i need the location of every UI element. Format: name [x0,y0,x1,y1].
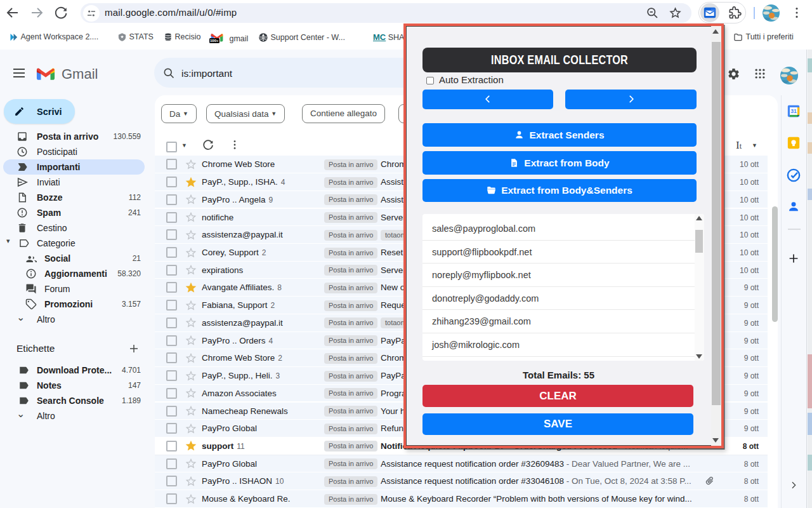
svg-text:31: 31 [790,108,797,114]
